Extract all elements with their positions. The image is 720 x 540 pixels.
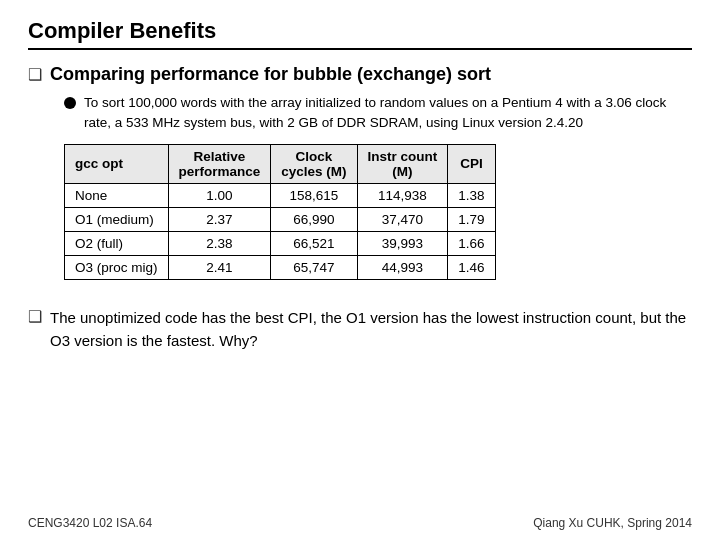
col-header-clock: Clockcycles (M)	[271, 144, 357, 183]
cell-clock-0: 158,615	[271, 183, 357, 207]
cell-gcc-1: O1 (medium)	[65, 207, 169, 231]
cell-instr-1: 37,470	[357, 207, 448, 231]
cell-cpi-0: 1.38	[448, 183, 495, 207]
sub-bullet-1: To sort 100,000 words with the array ini…	[64, 93, 692, 134]
footer-left: CENG3420 L02 ISA.64	[28, 516, 152, 530]
cell-rel-2: 2.38	[168, 231, 271, 255]
table-row: O2 (full) 2.38 66,521 39,993 1.66	[65, 231, 496, 255]
table-header-row: gcc opt Relativeperformance Clockcycles …	[65, 144, 496, 183]
footer-right: Qiang Xu CUHK, Spring 2014	[533, 516, 692, 530]
bullet-q-1-icon: ❑	[28, 65, 42, 84]
cell-gcc-2: O2 (full)	[65, 231, 169, 255]
cell-clock-1: 66,990	[271, 207, 357, 231]
sub-bullet-1-text: To sort 100,000 words with the array ini…	[84, 93, 692, 134]
cell-cpi-3: 1.46	[448, 255, 495, 279]
section-conclusion: ❑ The unoptimized code has the best CPI,…	[28, 306, 692, 353]
page-container: Compiler Benefits ❑ Comparing performanc…	[0, 0, 720, 540]
performance-table: gcc opt Relativeperformance Clockcycles …	[64, 144, 496, 280]
table-row: O1 (medium) 2.37 66,990 37,470 1.79	[65, 207, 496, 231]
cell-instr-0: 114,938	[357, 183, 448, 207]
bullet-q-1: ❑ Comparing performance for bubble (exch…	[28, 64, 692, 85]
cell-gcc-0: None	[65, 183, 169, 207]
cell-cpi-2: 1.66	[448, 231, 495, 255]
section-performance: ❑ Comparing performance for bubble (exch…	[28, 64, 692, 294]
cell-gcc-3: O3 (proc mig)	[65, 255, 169, 279]
conclusion-text: The unoptimized code has the best CPI, t…	[50, 306, 692, 353]
cell-clock-3: 65,747	[271, 255, 357, 279]
col-header-relative: Relativeperformance	[168, 144, 271, 183]
cell-cpi-1: 1.79	[448, 207, 495, 231]
footer: CENG3420 L02 ISA.64 Qiang Xu CUHK, Sprin…	[28, 516, 692, 530]
cell-rel-0: 1.00	[168, 183, 271, 207]
table-row: None 1.00 158,615 114,938 1.38	[65, 183, 496, 207]
cell-clock-2: 66,521	[271, 231, 357, 255]
cell-instr-3: 44,993	[357, 255, 448, 279]
cell-rel-1: 2.37	[168, 207, 271, 231]
cell-rel-3: 2.41	[168, 255, 271, 279]
col-header-instr: Instr count(M)	[357, 144, 448, 183]
col-header-gcc: gcc opt	[65, 144, 169, 183]
table-row: O3 (proc mig) 2.41 65,747 44,993 1.46	[65, 255, 496, 279]
sub-bullet-1-dot	[64, 97, 76, 109]
section1-heading: Comparing performance for bubble (exchan…	[50, 64, 491, 85]
cell-instr-2: 39,993	[357, 231, 448, 255]
page-title: Compiler Benefits	[28, 18, 692, 50]
bullet-q-2-icon: ❑	[28, 307, 42, 326]
conclusion-bullet: ❑ The unoptimized code has the best CPI,…	[28, 306, 692, 353]
col-header-cpi: CPI	[448, 144, 495, 183]
